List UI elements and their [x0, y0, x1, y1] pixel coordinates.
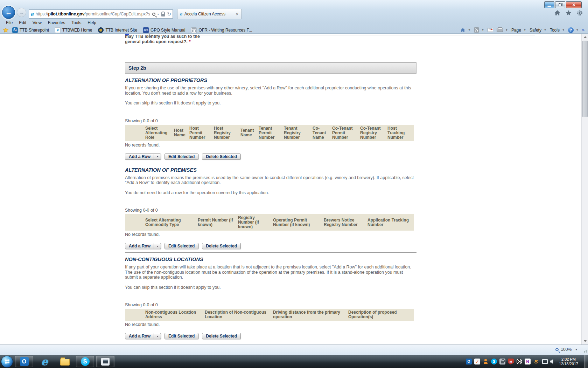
page-menu[interactable]: Page▼ [511, 28, 526, 33]
add-a-row-dropdown-icon[interactable]: ▼ [154, 154, 159, 159]
column-header: Operating Permit Number (if known) [273, 214, 324, 231]
scroll-down-icon [584, 340, 587, 343]
delete-selected-button[interactable]: Delete Selected [202, 243, 241, 249]
table-header-row: Non-contiguous Location AddressDescripti… [125, 309, 414, 321]
favorites-bar: S›TTB Sharepoint eTTBWEB Home TTB Intern… [0, 26, 588, 34]
back-button[interactable]: ← [2, 6, 15, 19]
refresh-icon: ↻ [167, 12, 171, 16]
scroll-down-button[interactable] [582, 339, 588, 345]
column-header: Host Tracking Number [387, 125, 414, 141]
menu-favorites[interactable]: Favorites [45, 20, 68, 26]
taskbar-skype-button[interactable]: S [76, 356, 94, 367]
edit-selected-button[interactable]: Edit Selected [164, 243, 198, 249]
menu-help[interactable]: Help [84, 20, 99, 26]
taskbar-outlook-button[interactable]: O [15, 356, 33, 367]
ie-logo-icon: e [30, 11, 34, 17]
back-arrow-icon: ← [5, 8, 12, 16]
tray-skype-icon[interactable]: S [491, 359, 497, 364]
close-icon: ✕ [572, 2, 575, 7]
column-header: Permit Number (if known) [198, 214, 238, 231]
add-a-row-dropdown-icon[interactable]: ▼ [154, 333, 159, 339]
zoom-control[interactable]: 100% ▼ [555, 347, 578, 352]
tray-onenote-clipper-icon[interactable]: N [525, 359, 531, 364]
showing-count: Showing 0-0 of 0 [125, 118, 416, 123]
menu-edit[interactable]: Edit [16, 20, 29, 26]
section-alternation-of-proprietors: ALTERNATION OF PROPRIETORS If you are sh… [125, 78, 416, 163]
safety-menu[interactable]: Safety▼ [530, 28, 546, 33]
minimize-button[interactable] [544, 1, 554, 8]
tray-volume-icon[interactable] [550, 359, 554, 364]
favorite-ttb-internet-site[interactable]: TTB Internet Site [98, 27, 137, 33]
delete-selected-button[interactable]: Delete Selected [202, 154, 241, 160]
favorite-ofr-writing-resources[interactable]: OFR - Writing Resources F... [191, 27, 252, 33]
tray-contact-icon[interactable] [483, 359, 489, 364]
select-column-header [125, 125, 145, 141]
tray-utility-icon[interactable]: S [533, 359, 539, 364]
tray-vpn-icon[interactable] [516, 359, 522, 364]
edit-selected-button[interactable]: Edit Selected [164, 154, 198, 160]
start-button[interactable] [1, 356, 13, 368]
favorite-ttbweb-home[interactable]: eTTBWEB Home [55, 27, 92, 33]
section-intro: Alternation of premises means the premis… [125, 175, 416, 185]
table-header-row: Select Alternating RoleHost NameHost Per… [125, 125, 414, 141]
tools-menu[interactable]: Tools▼ [550, 28, 565, 33]
refresh-button[interactable]: ↻ [167, 12, 171, 16]
tray-outlook-icon[interactable]: O [466, 359, 472, 364]
column-header: Brewers Notice Registry Number [324, 214, 368, 231]
scroll-up-icon [584, 35, 587, 38]
column-header: Co-Tenant Name [313, 125, 332, 141]
favorites-button[interactable] [565, 10, 572, 16]
delete-selected-button[interactable]: Delete Selected [202, 333, 241, 339]
tray-network-icon[interactable] [541, 359, 547, 364]
show-desktop-button[interactable] [584, 355, 588, 368]
read-mail-button[interactable] [488, 28, 493, 32]
address-bar[interactable]: e https://pilot.ttbonline.gov/permitsonl… [29, 9, 173, 19]
feeds-button[interactable]: ▼ [474, 27, 484, 33]
home-button[interactable] [554, 10, 561, 16]
forward-button[interactable]: → [17, 8, 26, 17]
settings-button[interactable] [576, 10, 583, 16]
taskbar-explorer-button[interactable] [56, 356, 74, 367]
search-button[interactable] [152, 13, 155, 16]
section-note: You do not need to add a row for the ope… [125, 190, 416, 196]
home-menu-button[interactable]: ▼ [460, 28, 470, 33]
tray-mcafee-icon[interactable]: M [508, 359, 514, 364]
menu-view[interactable]: View [29, 20, 45, 26]
windows-taskbar: O e S O ✓ S M N S 2:02 PM 12/18/2017 [0, 355, 588, 368]
add-a-row-dropdown-icon[interactable]: ▼ [154, 243, 159, 249]
security-lock[interactable] [161, 12, 165, 16]
tray-tasks-icon[interactable]: ✓ [474, 359, 480, 364]
scroll-up-button[interactable] [582, 34, 588, 40]
home-caret-icon: ▼ [468, 29, 470, 31]
column-header: Non-contiguous Location Address [145, 309, 205, 321]
vertical-scrollbar[interactable] [581, 34, 588, 345]
url-text[interactable]: https://pilot.ttbonline.gov/permitsonlin… [36, 12, 150, 16]
taskbar-app-window-button[interactable] [96, 356, 114, 367]
add-a-row-button[interactable]: Add a Row▼ [125, 154, 161, 160]
close-button[interactable]: ✕ [566, 1, 582, 8]
search-icon [152, 13, 155, 16]
column-header: Select Alternating Commodity Type [145, 214, 198, 231]
tab-close-button[interactable]: × [234, 12, 239, 17]
records-table: Select Alternating RoleHost NameHost Per… [125, 125, 414, 141]
command-overflow-chevron[interactable]: » [582, 27, 584, 33]
menu-tools[interactable]: Tools [68, 20, 84, 26]
help-menu[interactable]: ?▼ [568, 27, 579, 33]
scrollbar-thumb[interactable] [582, 41, 588, 117]
restore-button[interactable] [555, 1, 565, 8]
favorite-ttb-sharepoint[interactable]: S›TTB Sharepoint [12, 27, 49, 33]
add-a-row-button[interactable]: Add a Row▼ [125, 243, 161, 249]
edit-selected-button[interactable]: Edit Selected [164, 333, 198, 339]
add-a-row-button[interactable]: Add a Row▼ [125, 333, 161, 339]
taskbar-clock[interactable]: 2:02 PM 12/18/2017 [557, 357, 582, 366]
browser-tab[interactable]: e Accela Citizen Access × [177, 9, 242, 19]
favorite-gpo-style-manual[interactable]: GPOGPO Style Manual [143, 27, 185, 33]
print-button[interactable]: ▼ [497, 28, 508, 32]
tray-lock-icon[interactable] [499, 359, 505, 364]
taskbar-ie-button[interactable]: e [35, 356, 54, 367]
address-dropdown-icon[interactable]: ▼ [157, 13, 159, 15]
menu-file[interactable]: File [3, 20, 16, 26]
command-bar: ▼ ▼ ▼ Page▼ Safety▼ Tools▼ ?▼ » [460, 27, 588, 33]
add-favorite-button[interactable] [3, 27, 9, 33]
showing-count: Showing 0-0 of 0 [125, 208, 416, 213]
